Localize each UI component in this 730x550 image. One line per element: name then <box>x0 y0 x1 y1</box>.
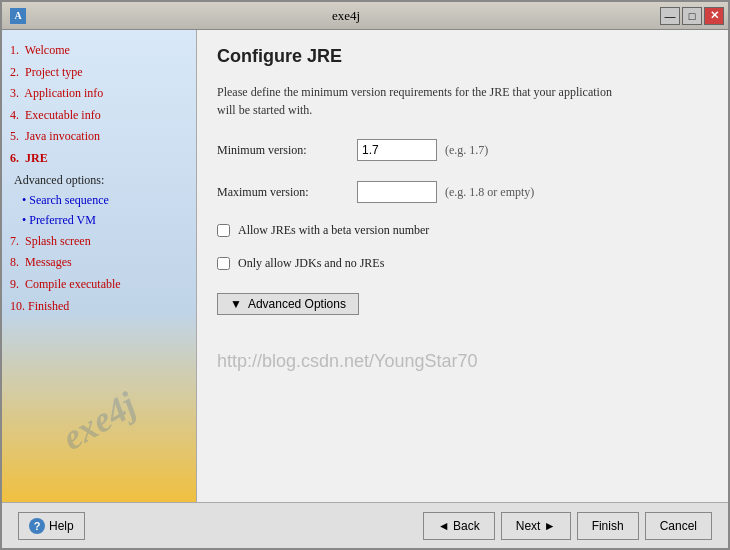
sidebar-item-search-sequence[interactable]: • Search sequence <box>10 190 188 210</box>
help-button[interactable]: ? Help <box>18 512 85 540</box>
footer-left: ? Help <box>18 512 85 540</box>
content-description: Please define the minimum version requir… <box>217 83 708 119</box>
jdk-only-checkbox-row: Only allow JDKs and no JREs <box>217 256 708 271</box>
finish-label: Finish <box>592 519 624 533</box>
jdk-only-label: Only allow JDKs and no JREs <box>238 256 384 271</box>
jdk-only-checkbox[interactable] <box>217 257 230 270</box>
min-version-hint: (e.g. 1.7) <box>445 143 488 158</box>
max-version-label: Maximum version: <box>217 185 357 200</box>
next-label: Next ► <box>516 519 556 533</box>
max-version-input[interactable] <box>357 181 437 203</box>
sidebar-item-application-info[interactable]: 3. Application info <box>10 83 188 105</box>
sidebar-item-finished[interactable]: 10. Finished <box>10 296 188 318</box>
triangle-down-icon: ▼ <box>230 297 242 311</box>
watermark-url: http://blog.csdn.net/YoungStar70 <box>217 351 708 372</box>
help-label: Help <box>49 519 74 533</box>
sidebar-advanced-options-label: Advanced options: <box>10 170 188 190</box>
app-icon: A <box>10 8 26 24</box>
max-version-hint: (e.g. 1.8 or empty) <box>445 185 534 200</box>
sidebar-item-messages[interactable]: 8. Messages <box>10 252 188 274</box>
beta-version-checkbox[interactable] <box>217 224 230 237</box>
sidebar-item-welcome[interactable]: 1. Welcome <box>10 40 188 62</box>
sidebar: 1. Welcome 2. Project type 3. Applicatio… <box>2 30 197 502</box>
sidebar-item-project-type[interactable]: 2. Project type <box>10 62 188 84</box>
sidebar-item-compile-executable[interactable]: 9. Compile executable <box>10 274 188 296</box>
restore-button[interactable]: □ <box>682 7 702 25</box>
main-window: A exe4j — □ ✕ 1. Welcome 2. Project type… <box>0 0 730 550</box>
sidebar-item-java-invocation[interactable]: 5. Java invocation <box>10 126 188 148</box>
sidebar-item-executable-info[interactable]: 4. Executable info <box>10 105 188 127</box>
title-bar: A exe4j — □ ✕ <box>2 2 728 30</box>
finish-button[interactable]: Finish <box>577 512 639 540</box>
advanced-options-section: ▼ Advanced Options <box>217 289 708 315</box>
min-version-input[interactable] <box>357 139 437 161</box>
next-button[interactable]: Next ► <box>501 512 571 540</box>
help-icon: ? <box>29 518 45 534</box>
back-label: ◄ Back <box>438 519 480 533</box>
cancel-button[interactable]: Cancel <box>645 512 712 540</box>
sidebar-watermark: exe4j <box>55 383 144 458</box>
main-content: 1. Welcome 2. Project type 3. Applicatio… <box>2 30 728 502</box>
window-controls: — □ ✕ <box>660 7 724 25</box>
advanced-options-button[interactable]: ▼ Advanced Options <box>217 293 359 315</box>
beta-version-checkbox-row: Allow JREs with a beta version number <box>217 223 708 238</box>
window-title: exe4j <box>32 8 660 24</box>
content-area: Configure JRE Please define the minimum … <box>197 30 728 502</box>
min-version-label: Minimum version: <box>217 143 357 158</box>
footer-bar: ? Help ◄ Back Next ► Finish Cancel <box>2 502 728 548</box>
sidebar-item-preferred-vm[interactable]: • Preferred VM <box>10 210 188 230</box>
sidebar-item-splash-screen[interactable]: 7. Splash screen <box>10 231 188 253</box>
page-title: Configure JRE <box>217 46 708 67</box>
back-button[interactable]: ◄ Back <box>423 512 495 540</box>
max-version-row: Maximum version: (e.g. 1.8 or empty) <box>217 181 708 203</box>
minimize-button[interactable]: — <box>660 7 680 25</box>
min-version-row: Minimum version: (e.g. 1.7) <box>217 139 708 161</box>
advanced-options-label: Advanced Options <box>248 297 346 311</box>
beta-version-label: Allow JREs with a beta version number <box>238 223 429 238</box>
cancel-label: Cancel <box>660 519 697 533</box>
footer-right: ◄ Back Next ► Finish Cancel <box>423 512 712 540</box>
close-button[interactable]: ✕ <box>704 7 724 25</box>
sidebar-item-jre[interactable]: 6. JRE <box>10 148 188 170</box>
